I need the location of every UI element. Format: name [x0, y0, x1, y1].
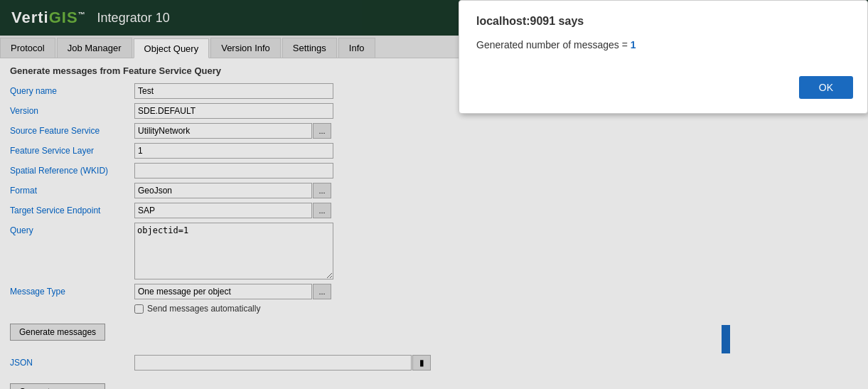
- dialog-ok-btn[interactable]: OK: [799, 76, 853, 99]
- dialog-message-text: Generated number of messages =: [476, 39, 631, 50]
- dialog-overlay: localhost:9091 says Generated number of …: [0, 0, 868, 389]
- dialog-title: localhost:9091 says: [476, 15, 850, 28]
- dialog-message: Generated number of messages = 1: [476, 39, 850, 50]
- dialog-box: localhost:9091 says Generated number of …: [459, 0, 868, 114]
- dialog-count: 1: [631, 39, 636, 50]
